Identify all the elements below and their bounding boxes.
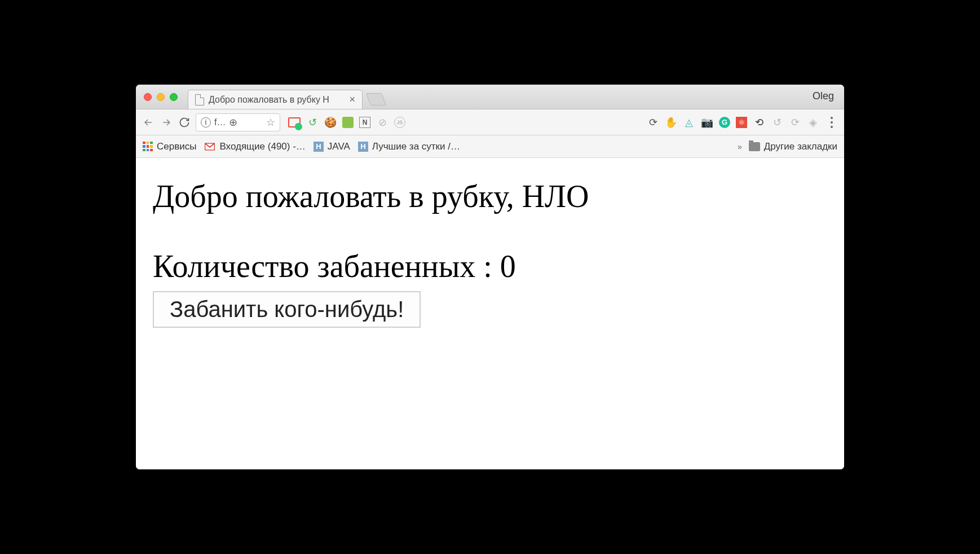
other-bookmarks-button[interactable]: Другие закладки <box>749 141 837 152</box>
bookmark-gmail[interactable]: Входящие (490) -… <box>204 141 305 152</box>
gmail-icon <box>204 142 215 151</box>
banned-count-label: Количество забаненных : <box>153 249 500 284</box>
extension-cookie-icon[interactable]: 🍪 <box>324 116 337 129</box>
address-bar[interactable]: i f… ⊕ ☆ <box>196 113 280 131</box>
tab-title: Добро пожаловать в рубку Н <box>209 95 329 105</box>
extension-red-atom-icon[interactable]: ⚛ <box>736 117 747 128</box>
bookmark-apps[interactable]: Сервисы <box>143 141 196 152</box>
back-button[interactable] <box>142 116 155 129</box>
extension-grammarly-icon[interactable]: G <box>719 117 730 128</box>
bookmark-label: Другие закладки <box>764 141 837 152</box>
minimize-window-button[interactable] <box>157 93 165 101</box>
bookmark-java[interactable]: H JAVA <box>314 141 350 152</box>
tab-close-button[interactable]: × <box>349 94 355 105</box>
bookmarks-overflow-button[interactable]: » <box>738 142 742 151</box>
extension-diamond-icon[interactable]: ◈ <box>807 116 819 129</box>
extension-badge: 8 <box>295 123 302 130</box>
extension-disabled-circle-icon[interactable]: ⊘ <box>376 116 389 129</box>
bookmarks-bar: Сервисы Входящие (490) -… H JAVA H Лучши… <box>136 135 844 158</box>
ban-someone-button[interactable]: Забанить кого-нибудь! <box>153 291 421 328</box>
reload-button[interactable] <box>178 116 191 129</box>
bookmark-label: Входящие (490) -… <box>219 141 305 152</box>
apps-grid-icon <box>143 142 153 152</box>
browser-tab[interactable]: Добро пожаловать в рубку Н × <box>188 90 363 109</box>
url-text: f… <box>214 117 226 127</box>
folder-icon <box>749 142 760 151</box>
close-window-button[interactable] <box>144 93 152 101</box>
habr-icon: H <box>358 142 368 152</box>
bookmark-label: JAVA <box>328 141 350 152</box>
extension-sync-icon[interactable]: ⟲ <box>753 116 765 129</box>
titlebar: Добро пожаловать в рубку Н × Oleg <box>136 85 844 109</box>
extension-history-icon[interactable]: ↺ <box>771 116 783 129</box>
extension-js-icon[interactable]: JS <box>394 117 405 128</box>
site-info-icon[interactable]: i <box>201 117 211 127</box>
extensions-row: 8 ↺ 🍪 N ⊘ JS ⟳ ✋ ◬ 📷 G ⚛ ⟲ ↺ ⟳ ◈ <box>288 116 838 129</box>
forward-button[interactable] <box>160 116 173 129</box>
bookmark-habr-daily[interactable]: H Лучшие за сутки /… <box>358 141 460 152</box>
habr-icon: H <box>314 142 324 152</box>
bookmark-label: Лучшие за сутки /… <box>372 141 460 152</box>
extension-notion-icon[interactable]: N <box>359 117 370 128</box>
extension-hand-icon[interactable]: ✋ <box>665 116 677 129</box>
document-icon <box>195 94 204 105</box>
extension-refresh-icon[interactable]: ⟳ <box>647 116 659 129</box>
extension-camera-icon[interactable]: 📷 <box>701 116 713 129</box>
window-controls <box>136 93 178 101</box>
zoom-icon[interactable]: ⊕ <box>229 116 237 129</box>
maximize-window-button[interactable] <box>170 93 178 101</box>
banned-count-value: 0 <box>500 249 516 284</box>
tab-strip: Добро пожаловать в рубку Н × <box>188 85 384 109</box>
profile-name[interactable]: Oleg <box>813 90 834 102</box>
extension-green-square-icon[interactable] <box>342 117 354 128</box>
page-content: Добро пожаловать в рубку, НЛО Количество… <box>136 158 844 469</box>
page-heading: Добро пожаловать в рубку, НЛО <box>153 178 827 214</box>
extension-shopping-icon[interactable]: 8 <box>288 116 301 129</box>
bookmark-star-icon[interactable]: ☆ <box>266 116 275 129</box>
bookmark-label: Сервисы <box>157 141 196 152</box>
extension-drop-icon[interactable]: ◬ <box>683 116 695 129</box>
extension-undo-icon[interactable]: ↺ <box>306 116 319 129</box>
extension-loop-icon[interactable]: ⟳ <box>789 116 801 129</box>
toolbar: i f… ⊕ ☆ 8 ↺ 🍪 N ⊘ JS ⟳ ✋ ◬ 📷 G ⚛ ⟲ ↺ ⟳ … <box>136 109 844 135</box>
browser-window: Добро пожаловать в рубку Н × Oleg i f… ⊕… <box>136 85 844 469</box>
new-tab-button[interactable] <box>366 93 386 105</box>
chrome-menu-button[interactable] <box>825 117 838 128</box>
banned-count-heading: Количество забаненных : 0 <box>153 248 827 284</box>
